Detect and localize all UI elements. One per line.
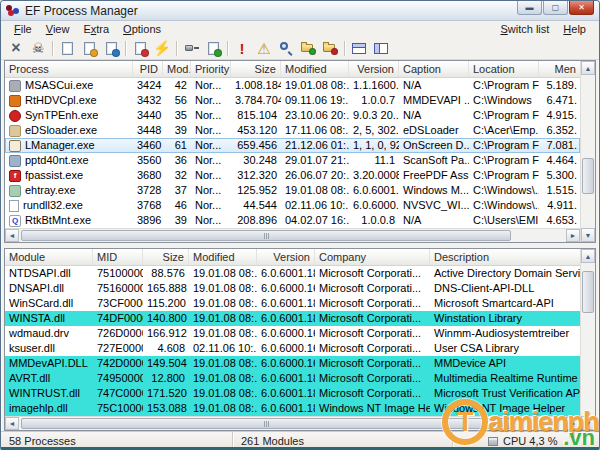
column-header-size[interactable]: Size [231, 61, 281, 77]
process-row[interactable]: MSASCui.exe342442Nor...1.008.18419.01.08… [5, 78, 580, 93]
column-header-description[interactable]: Description [430, 249, 580, 265]
column-header-modified[interactable]: Modified [281, 61, 349, 77]
process-row[interactable]: QRtkBtMnt.exe389639Nor...208.89604.02.07… [5, 213, 580, 228]
column-header-mod[interactable]: Mod... [163, 61, 191, 77]
column-header-version[interactable]: Version [257, 249, 315, 265]
search-icon[interactable] [275, 38, 297, 58]
module-row[interactable]: NTDSAPI.dll7510000088.57619.01.08 08:...… [5, 266, 580, 281]
column-header-module[interactable]: Module [5, 249, 93, 265]
process-icon [9, 140, 21, 152]
scroll-right-arrow-icon[interactable]: ► [566, 229, 580, 242]
module-row[interactable]: WINTRUST.dll747C0000171.52019.01.08 08:.… [5, 386, 580, 401]
kill-process-skull-icon[interactable]: ☠ [27, 38, 49, 58]
column-header-location[interactable]: Location [469, 61, 539, 77]
hscroll-track[interactable] [19, 229, 566, 242]
column-header-mid[interactable]: MID [93, 249, 143, 265]
column-header-caption[interactable]: Caption [399, 61, 469, 77]
validate-page-icon[interactable] [129, 38, 151, 58]
process-row[interactable]: SynTPEnh.exe344035Nor...815.10423.10.06 … [5, 108, 580, 123]
module-row[interactable]: MMDevAPI.DLL742D0000149.50419.01.08 08:.… [5, 356, 580, 371]
process-vscrollbar[interactable]: ▲ ▼ [580, 61, 595, 242]
scroll-up-arrow-icon[interactable]: ▲ [581, 249, 595, 263]
module-hscrollbar[interactable]: ◄ ► [5, 416, 580, 430]
cell: 727E0000 [93, 341, 143, 356]
process-row[interactable]: ehtray.exe372837Nor...125.95219.01.08 08… [5, 183, 580, 198]
column-header-men[interactable]: Men [539, 61, 580, 77]
menu-extra[interactable]: Extra [76, 23, 116, 35]
column-header-process[interactable]: Process [5, 61, 133, 77]
cell: Nor... [191, 78, 231, 93]
scroll-right-arrow-icon[interactable]: ► [566, 417, 580, 430]
process-kill-folder-icon[interactable] [319, 38, 341, 58]
process-icon: f [9, 170, 21, 182]
column-header-priority[interactable]: Priority [191, 61, 231, 77]
cell: 12.800 [143, 371, 189, 386]
process-row[interactable]: LManager.exe346061Nor...659.45621.12.06 … [5, 138, 580, 153]
column-header-version[interactable]: Version [349, 61, 399, 77]
process-row[interactable]: pptd40nt.exe356036Nor...30.24829.01.07 2… [5, 153, 580, 168]
cell: 1.1.1600.0 [349, 78, 399, 93]
vscroll-thumb[interactable] [582, 158, 594, 195]
hscroll-thumb[interactable] [21, 418, 511, 429]
refresh-page-icon[interactable] [202, 38, 224, 58]
module-row[interactable]: DNSAPI.dll75160000165.88819.01.08 08:...… [5, 281, 580, 296]
scroll-up-arrow-icon[interactable]: ▲ [581, 61, 595, 75]
pin-window-icon[interactable] [180, 38, 202, 58]
cell: 6.0.6001.18000... [257, 311, 315, 326]
scroll-left-arrow-icon[interactable]: ◄ [5, 417, 19, 430]
cell: 19.01.08 08:... [189, 326, 257, 341]
toolbar-separator [176, 41, 177, 56]
vscroll-track[interactable] [581, 75, 595, 228]
scroll-down-arrow-icon[interactable]: ▼ [581, 416, 595, 430]
alert-exclamation-icon[interactable]: ! [231, 38, 253, 58]
cell: WINTRUST.dll [5, 386, 93, 401]
scroll-left-arrow-icon[interactable]: ◄ [5, 229, 19, 242]
split-vertical-icon[interactable] [370, 38, 392, 58]
save-report-page-icon[interactable] [78, 38, 100, 58]
process-row[interactable]: ffpassist.exe368032Nor...312.32026.06.07… [5, 168, 580, 183]
menu-options[interactable]: Options [116, 23, 168, 35]
module-row[interactable]: imagehlp.dll75C10000153.08819.01.08 08:.… [5, 401, 580, 416]
column-header-modified[interactable]: Modified [189, 249, 257, 265]
cell: 6.0.6001.18000... [257, 386, 315, 401]
quick-kill-lightning-icon[interactable]: ⚡ [151, 38, 173, 58]
module-row[interactable]: wdmaud.drv726D0000166.91219.01.08 08:...… [5, 326, 580, 341]
close-button[interactable]: ✕ [569, 1, 594, 15]
menu-help[interactable]: Help [556, 23, 593, 35]
hscroll-thumb[interactable] [21, 230, 511, 241]
warning-triangle-icon[interactable]: ⚠ [253, 38, 275, 58]
hscroll-track[interactable] [19, 417, 566, 430]
vscroll-thumb[interactable] [582, 271, 594, 314]
split-horizontal-icon[interactable] [348, 38, 370, 58]
cell: Microsoft Corporati... [315, 371, 430, 386]
module-row[interactable]: ksuser.dll727E00004.60802.11.06 10:...6.… [5, 341, 580, 356]
report-page-icon[interactable] [56, 38, 78, 58]
scroll-down-arrow-icon[interactable]: ▼ [581, 228, 595, 242]
cell: 3424 [133, 78, 163, 93]
process-hscrollbar[interactable]: ◄ ► [5, 228, 580, 242]
process-row[interactable]: eDSloader.exe344839Nor...453.12017.11.06… [5, 123, 580, 138]
toolbar-separator [125, 41, 126, 56]
column-header-pid[interactable]: PID [133, 61, 163, 77]
cell: 19.01.08 08:... [189, 356, 257, 371]
process-row[interactable]: rundll32.exe376846Nor...44.54402.11.06 1… [5, 198, 580, 213]
process-ok-folder-icon[interactable] [297, 38, 319, 58]
column-header-company[interactable]: Company [315, 249, 430, 265]
module-row[interactable]: AVRT.dll7495000012.80019.01.08 08:...6.0… [5, 371, 580, 386]
maximize-button[interactable]: ▢ [543, 1, 568, 15]
minimize-button[interactable]: ▬ [517, 1, 542, 15]
process-row[interactable]: RtHDVCpl.exe343256Nor...3.784.70409.11.0… [5, 93, 580, 108]
menu-file[interactable]: File [7, 23, 39, 35]
menu-switch-list[interactable]: Switch list [493, 23, 556, 35]
column-header-size[interactable]: Size [143, 249, 189, 265]
module-vscrollbar[interactable]: ▲ ▼ [580, 249, 595, 430]
cell: 09.11.06 19:... [281, 93, 349, 108]
export-report-page-icon[interactable] [100, 38, 122, 58]
menu-view[interactable]: View [39, 23, 77, 35]
module-row[interactable]: WINSTA.dll74DF0000140.80019.01.08 08:...… [5, 311, 580, 326]
close-x-icon[interactable]: × [5, 38, 27, 58]
module-row[interactable]: WinSCard.dll73CF0000115.20019.01.08 08:.… [5, 296, 580, 311]
cell: 149.504 [143, 356, 189, 371]
vscroll-track[interactable] [581, 263, 595, 416]
cell: 7.081. [539, 138, 580, 153]
